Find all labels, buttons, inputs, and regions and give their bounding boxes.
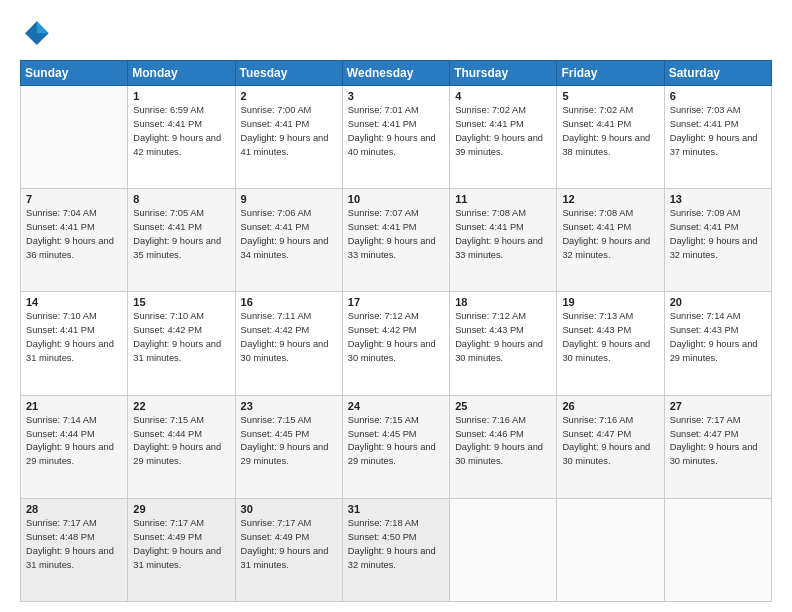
day-info: Sunrise: 7:17 AM Sunset: 4:47 PM Dayligh… <box>670 414 767 470</box>
day-info: Sunrise: 7:13 AM Sunset: 4:43 PM Dayligh… <box>562 310 659 366</box>
page: SundayMondayTuesdayWednesdayThursdayFrid… <box>0 0 792 612</box>
day-info: Sunrise: 7:02 AM Sunset: 4:41 PM Dayligh… <box>562 104 659 160</box>
day-info: Sunrise: 7:12 AM Sunset: 4:42 PM Dayligh… <box>348 310 445 366</box>
sunset: Sunset: 4:41 PM <box>241 118 338 132</box>
sunrise: Sunrise: 7:08 AM <box>562 207 659 221</box>
calendar-cell: 21 Sunrise: 7:14 AM Sunset: 4:44 PM Dayl… <box>21 395 128 498</box>
daylight: Daylight: 9 hours and 35 minutes. <box>133 235 230 263</box>
day-info: Sunrise: 7:09 AM Sunset: 4:41 PM Dayligh… <box>670 207 767 263</box>
day-info: Sunrise: 7:12 AM Sunset: 4:43 PM Dayligh… <box>455 310 552 366</box>
calendar-week-row: 1 Sunrise: 6:59 AM Sunset: 4:41 PM Dayli… <box>21 86 772 189</box>
sunrise: Sunrise: 7:04 AM <box>26 207 123 221</box>
calendar-cell: 28 Sunrise: 7:17 AM Sunset: 4:48 PM Dayl… <box>21 498 128 601</box>
sunrise: Sunrise: 7:01 AM <box>348 104 445 118</box>
calendar-cell: 4 Sunrise: 7:02 AM Sunset: 4:41 PM Dayli… <box>450 86 557 189</box>
daylight: Daylight: 9 hours and 30 minutes. <box>455 441 552 469</box>
calendar-cell: 25 Sunrise: 7:16 AM Sunset: 4:46 PM Dayl… <box>450 395 557 498</box>
day-info: Sunrise: 7:10 AM Sunset: 4:42 PM Dayligh… <box>133 310 230 366</box>
day-info: Sunrise: 7:02 AM Sunset: 4:41 PM Dayligh… <box>455 104 552 160</box>
sunset: Sunset: 4:46 PM <box>455 428 552 442</box>
day-info: Sunrise: 7:05 AM Sunset: 4:41 PM Dayligh… <box>133 207 230 263</box>
sunset: Sunset: 4:42 PM <box>241 324 338 338</box>
day-number: 19 <box>562 296 659 308</box>
sunset: Sunset: 4:45 PM <box>241 428 338 442</box>
sunrise: Sunrise: 7:02 AM <box>562 104 659 118</box>
day-info: Sunrise: 7:00 AM Sunset: 4:41 PM Dayligh… <box>241 104 338 160</box>
day-number: 30 <box>241 503 338 515</box>
sunrise: Sunrise: 7:17 AM <box>241 517 338 531</box>
daylight: Daylight: 9 hours and 30 minutes. <box>562 441 659 469</box>
sunrise: Sunrise: 7:08 AM <box>455 207 552 221</box>
sunset: Sunset: 4:45 PM <box>348 428 445 442</box>
day-number: 12 <box>562 193 659 205</box>
sunrise: Sunrise: 6:59 AM <box>133 104 230 118</box>
calendar-cell: 14 Sunrise: 7:10 AM Sunset: 4:41 PM Dayl… <box>21 292 128 395</box>
day-number: 22 <box>133 400 230 412</box>
day-number: 1 <box>133 90 230 102</box>
daylight: Daylight: 9 hours and 32 minutes. <box>348 545 445 573</box>
calendar-header-row: SundayMondayTuesdayWednesdayThursdayFrid… <box>21 61 772 86</box>
weekday-header: Sunday <box>21 61 128 86</box>
daylight: Daylight: 9 hours and 29 minutes. <box>348 441 445 469</box>
calendar-cell: 20 Sunrise: 7:14 AM Sunset: 4:43 PM Dayl… <box>664 292 771 395</box>
sunrise: Sunrise: 7:17 AM <box>26 517 123 531</box>
day-info: Sunrise: 7:17 AM Sunset: 4:49 PM Dayligh… <box>241 517 338 573</box>
calendar-cell: 12 Sunrise: 7:08 AM Sunset: 4:41 PM Dayl… <box>557 189 664 292</box>
day-info: Sunrise: 7:14 AM Sunset: 4:44 PM Dayligh… <box>26 414 123 470</box>
sunset: Sunset: 4:41 PM <box>455 221 552 235</box>
calendar-cell: 30 Sunrise: 7:17 AM Sunset: 4:49 PM Dayl… <box>235 498 342 601</box>
daylight: Daylight: 9 hours and 33 minutes. <box>455 235 552 263</box>
calendar-week-row: 21 Sunrise: 7:14 AM Sunset: 4:44 PM Dayl… <box>21 395 772 498</box>
day-info: Sunrise: 7:14 AM Sunset: 4:43 PM Dayligh… <box>670 310 767 366</box>
day-info: Sunrise: 7:18 AM Sunset: 4:50 PM Dayligh… <box>348 517 445 573</box>
daylight: Daylight: 9 hours and 29 minutes. <box>670 338 767 366</box>
sunrise: Sunrise: 7:13 AM <box>562 310 659 324</box>
sunset: Sunset: 4:41 PM <box>562 221 659 235</box>
day-info: Sunrise: 7:16 AM Sunset: 4:47 PM Dayligh… <box>562 414 659 470</box>
day-number: 9 <box>241 193 338 205</box>
sunset: Sunset: 4:50 PM <box>348 531 445 545</box>
daylight: Daylight: 9 hours and 31 minutes. <box>26 545 123 573</box>
sunrise: Sunrise: 7:16 AM <box>562 414 659 428</box>
calendar-cell: 24 Sunrise: 7:15 AM Sunset: 4:45 PM Dayl… <box>342 395 449 498</box>
weekday-header: Friday <box>557 61 664 86</box>
sunset: Sunset: 4:41 PM <box>670 118 767 132</box>
sunset: Sunset: 4:41 PM <box>455 118 552 132</box>
day-number: 25 <box>455 400 552 412</box>
calendar-cell: 9 Sunrise: 7:06 AM Sunset: 4:41 PM Dayli… <box>235 189 342 292</box>
daylight: Daylight: 9 hours and 32 minutes. <box>562 235 659 263</box>
daylight: Daylight: 9 hours and 32 minutes. <box>670 235 767 263</box>
calendar-cell: 11 Sunrise: 7:08 AM Sunset: 4:41 PM Dayl… <box>450 189 557 292</box>
weekday-header: Tuesday <box>235 61 342 86</box>
day-number: 7 <box>26 193 123 205</box>
calendar-cell: 1 Sunrise: 6:59 AM Sunset: 4:41 PM Dayli… <box>128 86 235 189</box>
sunrise: Sunrise: 7:17 AM <box>670 414 767 428</box>
calendar-cell: 5 Sunrise: 7:02 AM Sunset: 4:41 PM Dayli… <box>557 86 664 189</box>
header <box>20 18 772 50</box>
daylight: Daylight: 9 hours and 38 minutes. <box>562 132 659 160</box>
day-info: Sunrise: 7:15 AM Sunset: 4:44 PM Dayligh… <box>133 414 230 470</box>
calendar-cell: 26 Sunrise: 7:16 AM Sunset: 4:47 PM Dayl… <box>557 395 664 498</box>
daylight: Daylight: 9 hours and 30 minutes. <box>670 441 767 469</box>
sunrise: Sunrise: 7:15 AM <box>348 414 445 428</box>
day-number: 23 <box>241 400 338 412</box>
day-number: 16 <box>241 296 338 308</box>
sunrise: Sunrise: 7:17 AM <box>133 517 230 531</box>
sunset: Sunset: 4:42 PM <box>348 324 445 338</box>
calendar-week-row: 7 Sunrise: 7:04 AM Sunset: 4:41 PM Dayli… <box>21 189 772 292</box>
day-info: Sunrise: 7:10 AM Sunset: 4:41 PM Dayligh… <box>26 310 123 366</box>
day-number: 11 <box>455 193 552 205</box>
sunset: Sunset: 4:48 PM <box>26 531 123 545</box>
sunrise: Sunrise: 7:03 AM <box>670 104 767 118</box>
daylight: Daylight: 9 hours and 41 minutes. <box>241 132 338 160</box>
day-info: Sunrise: 7:04 AM Sunset: 4:41 PM Dayligh… <box>26 207 123 263</box>
day-number: 5 <box>562 90 659 102</box>
day-info: Sunrise: 7:01 AM Sunset: 4:41 PM Dayligh… <box>348 104 445 160</box>
day-number: 27 <box>670 400 767 412</box>
calendar-cell: 19 Sunrise: 7:13 AM Sunset: 4:43 PM Dayl… <box>557 292 664 395</box>
sunrise: Sunrise: 7:05 AM <box>133 207 230 221</box>
calendar-cell: 22 Sunrise: 7:15 AM Sunset: 4:44 PM Dayl… <box>128 395 235 498</box>
day-number: 3 <box>348 90 445 102</box>
day-info: Sunrise: 7:08 AM Sunset: 4:41 PM Dayligh… <box>562 207 659 263</box>
sunrise: Sunrise: 7:16 AM <box>455 414 552 428</box>
